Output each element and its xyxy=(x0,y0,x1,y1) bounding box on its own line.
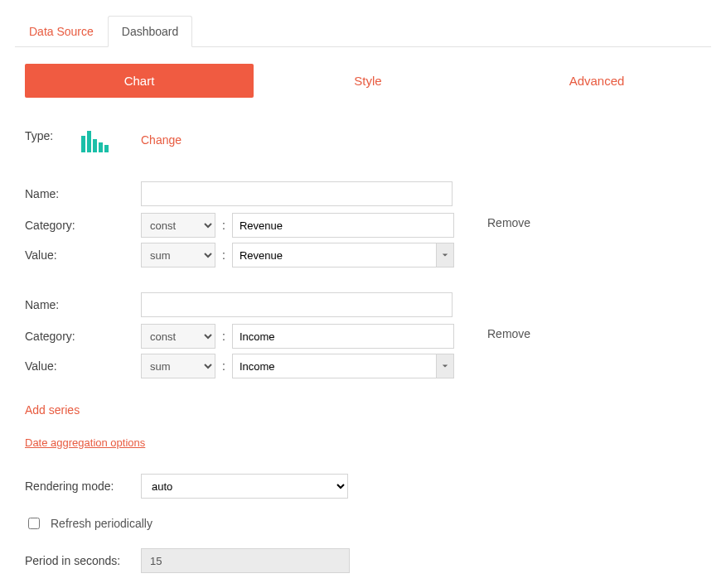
period-label: Period in seconds: xyxy=(25,554,141,567)
refresh-periodically-label: Refresh periodically xyxy=(51,517,152,530)
name-label: Name: xyxy=(25,298,141,311)
separator: : xyxy=(215,248,232,262)
category-fn-select[interactable]: const xyxy=(141,324,215,349)
series-block-1: Name: Category: const : Value: sum : Rem… xyxy=(25,181,711,267)
category-fn-select[interactable]: const xyxy=(141,213,215,238)
tab-dashboard[interactable]: Dashboard xyxy=(108,16,193,47)
category-label: Category: xyxy=(25,330,141,343)
series-name-input[interactable] xyxy=(141,292,453,317)
date-aggregation-options-link[interactable]: Date aggregation options xyxy=(25,436,145,449)
tab-data-source[interactable]: Data Source xyxy=(15,16,108,47)
chevron-down-icon xyxy=(442,252,448,258)
value-fn-select[interactable]: sum xyxy=(141,354,215,378)
value-field-input[interactable] xyxy=(232,354,436,378)
category-label: Category: xyxy=(25,219,141,232)
rendering-mode-label: Rendering mode: xyxy=(25,480,141,493)
name-label: Name: xyxy=(25,187,141,200)
sub-tab-bar: Chart Style Advanced xyxy=(25,64,711,98)
add-series-link[interactable]: Add series xyxy=(25,403,80,417)
chevron-down-icon xyxy=(442,363,448,369)
change-type-link[interactable]: Change xyxy=(141,133,182,147)
subtab-style[interactable]: Style xyxy=(254,64,482,98)
series-block-2: Name: Category: const : Value: sum : Rem… xyxy=(25,292,711,378)
category-field-input[interactable] xyxy=(232,324,454,349)
subtab-advanced[interactable]: Advanced xyxy=(482,64,711,98)
subtab-chart[interactable]: Chart xyxy=(25,64,254,98)
separator: : xyxy=(215,330,232,343)
value-fn-select[interactable]: sum xyxy=(141,243,215,267)
bar-chart-icon xyxy=(81,131,109,152)
value-field-dropdown-button[interactable] xyxy=(436,354,454,378)
value-field-dropdown-button[interactable] xyxy=(436,243,454,267)
separator: : xyxy=(215,219,232,232)
separator: : xyxy=(215,359,232,373)
remove-series-link[interactable]: Remove xyxy=(487,216,530,229)
refresh-periodically-checkbox[interactable] xyxy=(28,518,40,529)
value-label: Value: xyxy=(25,248,141,262)
category-field-input[interactable] xyxy=(232,213,454,238)
rendering-mode-select[interactable]: auto xyxy=(141,474,348,499)
top-tab-bar: Data Source Dashboard xyxy=(15,15,711,47)
series-name-input[interactable] xyxy=(141,181,453,206)
value-field-input[interactable] xyxy=(232,243,436,267)
remove-series-link[interactable]: Remove xyxy=(487,327,530,340)
period-seconds-input[interactable] xyxy=(141,548,350,573)
value-label: Value: xyxy=(25,359,141,373)
